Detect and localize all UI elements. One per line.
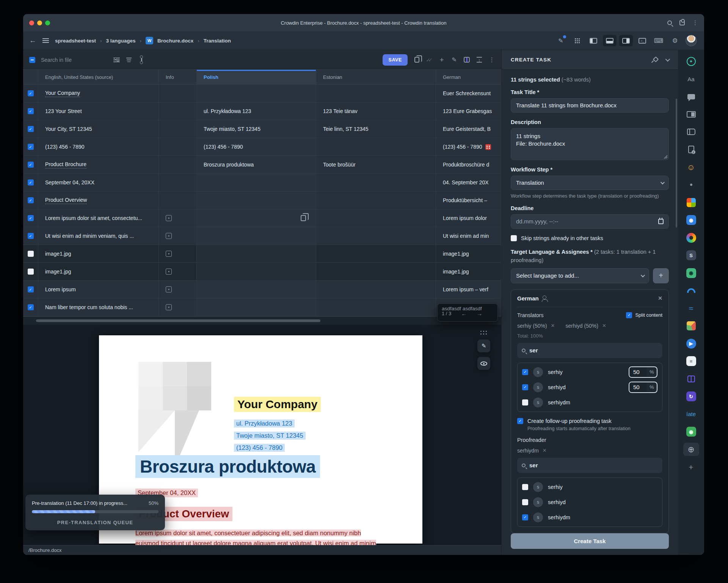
browser-menu-icon[interactable]: ⋮	[692, 19, 698, 26]
german-cell[interactable]: 123 Eure Grabesgas	[436, 102, 501, 120]
row-checkbox[interactable]: ✓	[28, 144, 34, 150]
remove-chip-icon[interactable]: ✕	[602, 323, 606, 328]
german-cell[interactable]: Eure Geisterstadt, B	[436, 120, 501, 138]
copy-source-icon[interactable]	[301, 215, 306, 221]
assignee-row[interactable]: sserhiyd	[518, 495, 662, 510]
row-checkbox[interactable]	[28, 251, 34, 257]
estonian-cell[interactable]	[316, 85, 436, 102]
polish-cell[interactable]	[197, 174, 316, 191]
main-menu-icon[interactable]	[42, 38, 49, 43]
iate-logo[interactable]: íate	[683, 407, 699, 421]
row-checkbox[interactable]: ✓	[28, 304, 34, 310]
app-doc-add-icon[interactable]: ≡	[683, 355, 699, 368]
assignee-row[interactable]: ✓sserhiyd%	[518, 380, 662, 395]
source-cell[interactable]: Lorem ipsum	[38, 281, 159, 298]
string-context-icon[interactable]: ✶	[166, 269, 172, 275]
assignee-row[interactable]: ✓sserhiydm	[518, 510, 662, 525]
assignee-checkbox[interactable]: ✓	[522, 514, 528, 520]
select-all-checkbox[interactable]	[29, 57, 35, 63]
string-context-icon[interactable]: ✶	[166, 286, 172, 292]
app-split-columns-icon[interactable]	[683, 372, 699, 385]
toolbar-more-icon[interactable]: ⋮	[488, 56, 495, 63]
zoom-window-button[interactable]	[45, 20, 50, 25]
app-color-wheel-icon[interactable]	[683, 231, 699, 244]
emoji-reactions-icon[interactable]: ☺	[683, 160, 699, 174]
edit-string-icon[interactable]: ✎	[451, 56, 458, 63]
row-checkbox[interactable]: ✓	[28, 233, 34, 239]
back-button[interactable]: ←	[29, 36, 36, 45]
polish-cell[interactable]: Twoje miasto, ST 12345	[197, 120, 316, 138]
remove-chip-icon[interactable]: ✕	[551, 323, 555, 328]
layout-right-icon[interactable]	[619, 35, 633, 46]
panel-scrollbar[interactable]	[676, 99, 677, 228]
ai-assistant-icon[interactable]: ✦	[683, 55, 699, 68]
column-source[interactable]: English, United States (source)	[38, 70, 159, 84]
save-button[interactable]: SAVE	[383, 54, 408, 66]
row-checkbox[interactable]: ✓	[28, 197, 34, 203]
prev-arrow-icon[interactable]: ←	[461, 310, 467, 317]
preview-edit-button[interactable]: ✎	[477, 339, 490, 352]
row-checkbox[interactable]: ✓	[28, 179, 34, 185]
app-sync-icon[interactable]: ↻	[683, 390, 699, 403]
source-cell[interactable]: image1.jpg	[38, 245, 159, 262]
column-german[interactable]: German	[436, 70, 501, 84]
filter-settings-icon[interactable]	[113, 57, 120, 62]
string-context-icon[interactable]: ✶	[166, 251, 172, 257]
app-cube-icon[interactable]	[683, 319, 699, 333]
source-cell[interactable]: Your Company	[38, 85, 159, 102]
assignee-row[interactable]: sserhiy	[518, 479, 662, 495]
info-cell[interactable]	[159, 138, 197, 156]
info-cell[interactable]: ✶	[159, 245, 197, 262]
column-polish[interactable]: Polish	[197, 70, 316, 84]
settings-icon[interactable]: ⚙	[668, 35, 682, 46]
estonian-cell[interactable]	[316, 227, 436, 245]
glossary-icon[interactable]	[683, 125, 699, 138]
info-cell[interactable]: ✶	[159, 209, 197, 227]
string-edits-icon[interactable]: ✎	[554, 35, 568, 46]
info-cell[interactable]: ✶	[159, 299, 197, 316]
remove-chip-icon[interactable]: ✕	[543, 448, 547, 453]
source-cell[interactable]: image1.jpg	[38, 263, 159, 280]
german-cell[interactable]: Lorem ipsum – verf	[436, 281, 501, 298]
task-title-input[interactable]	[516, 102, 664, 108]
assignee-checkbox[interactable]: ✓	[522, 369, 528, 375]
minimize-window-button[interactable]	[37, 20, 42, 25]
german-cell[interactable]: Produktbroschüre d	[436, 156, 501, 173]
polish-cell[interactable]	[197, 263, 316, 280]
share-input[interactable]: %	[629, 382, 657, 393]
info-cell[interactable]	[159, 156, 197, 173]
remove-language-icon[interactable]: ✕	[658, 295, 662, 301]
estonian-cell[interactable]: 123 Teie tänav	[316, 102, 436, 120]
row-checkbox[interactable]: ✓	[28, 90, 34, 96]
polish-cell[interactable]	[197, 245, 316, 262]
german-cell[interactable]: Produktübersicht –	[436, 192, 501, 209]
add-language-button[interactable]: +	[653, 268, 669, 283]
sort-filter-icon[interactable]	[126, 58, 132, 62]
layout-left-icon[interactable]	[587, 35, 600, 46]
app-bird-icon[interactable]: ≈	[683, 302, 699, 315]
info-cell[interactable]	[159, 85, 197, 102]
row-checkbox[interactable]: ✓	[28, 108, 34, 114]
assignee-row[interactable]: ✓sserhiy%	[518, 365, 662, 380]
column-estonian[interactable]: Estonian	[316, 70, 436, 84]
add-string-icon[interactable]: +	[438, 56, 445, 64]
split-content-checkbox[interactable]: ✓	[626, 312, 632, 318]
close-window-button[interactable]	[29, 20, 34, 25]
polish-cell[interactable]: (123) 456 - 7890	[197, 138, 316, 156]
source-cell[interactable]: Product Brochure	[38, 156, 159, 173]
polish-cell[interactable]	[197, 299, 316, 316]
row-checkbox[interactable]: ✓	[28, 286, 34, 292]
comments-icon[interactable]	[683, 90, 699, 103]
console-icon[interactable]: >_	[635, 35, 649, 46]
copy-source-icon[interactable]	[413, 57, 420, 63]
assignee-checkbox[interactable]	[522, 499, 528, 505]
estonian-cell[interactable]	[316, 174, 436, 191]
app-translator-icon[interactable]	[683, 196, 699, 209]
file-context-icon[interactable]	[683, 143, 699, 156]
german-cell[interactable]: 04. September 20X	[436, 174, 501, 191]
estonian-cell[interactable]: Toote brošüür	[316, 156, 436, 173]
info-cell[interactable]	[159, 192, 197, 209]
layout-bottom-icon[interactable]	[603, 35, 617, 46]
share-percent-field[interactable]	[629, 367, 647, 377]
skip-strings-checkbox[interactable]	[511, 235, 517, 241]
